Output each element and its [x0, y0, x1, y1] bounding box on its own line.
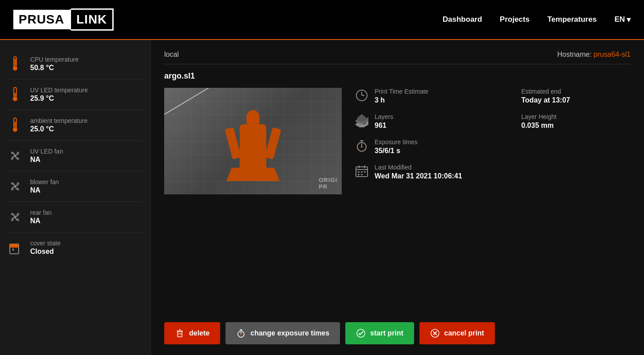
ambient-temp-text: ambient temperature 25.0 °C	[30, 117, 87, 133]
svg-point-8	[13, 127, 17, 132]
svg-rect-4	[15, 93, 16, 96]
main-layout: CPU temperature 50.8 °C UV LED temperatu…	[0, 40, 644, 355]
fan-icon-2	[7, 178, 23, 194]
rear-fan-value: NA	[30, 217, 51, 225]
cover-state-text: cover state Closed	[30, 240, 60, 256]
hostname-info: Hostname: prusa64-sl1	[557, 51, 631, 59]
nav-dashboard[interactable]: Dashboard	[443, 15, 482, 24]
estimated-end-label: Estimated end	[522, 88, 570, 95]
svg-rect-13	[10, 244, 19, 248]
svg-point-26	[361, 146, 363, 148]
last-modified-label: Last Modified	[375, 164, 462, 171]
uvled-fan-label: UV LED fan	[30, 148, 63, 155]
thermometer-icon-2	[7, 87, 23, 103]
uvled-temp-text: UV LED temperature 25.9 °C	[30, 87, 88, 103]
info-layer-height: Layer Height 0.035 mm	[502, 113, 631, 130]
location-label: local	[164, 51, 179, 59]
start-print-button[interactable]: start print	[345, 322, 414, 344]
info-grid: Print Time Estimate 3 h Estimated end To…	[355, 88, 631, 312]
change-exposure-label: change exposure times	[250, 329, 329, 337]
layer-height-text: Layer Height 0.035 mm	[522, 113, 557, 130]
layers-text: Layers 961	[375, 113, 393, 130]
svg-rect-7	[15, 122, 16, 127]
cover-state-label: cover state	[30, 240, 60, 247]
svg-point-9	[14, 154, 16, 157]
uvled-temp-value: 25.9 °C	[30, 95, 88, 103]
content-area: local Hostname: prusa64-sl1 argo.sl1	[151, 40, 644, 355]
exposure-value: 35/6/1 s	[375, 147, 417, 155]
start-print-label: start print	[370, 329, 403, 337]
cover-state-value: Closed	[30, 248, 60, 256]
svg-point-45	[241, 334, 242, 335]
info-exposure: Exposure times 35/6/1 s	[355, 138, 484, 155]
spacer-icon-2	[502, 114, 515, 127]
layer-height-label: Layer Height	[522, 113, 557, 120]
svg-point-11	[14, 216, 16, 218]
layers-icon	[355, 114, 368, 127]
cancel-print-button[interactable]: cancel print	[419, 322, 495, 344]
trash-icon	[175, 328, 185, 338]
print-time-label: Print Time Estimate	[375, 88, 428, 95]
spacer-icon	[502, 89, 515, 102]
svg-rect-14	[12, 248, 14, 251]
x-circle-icon	[430, 328, 440, 338]
check-circle-icon	[356, 328, 366, 338]
delete-label: delete	[189, 329, 209, 337]
info-print-time: Print Time Estimate 3 h	[355, 88, 484, 104]
svg-rect-35	[361, 174, 363, 175]
logo-link: LINK	[71, 8, 114, 31]
model-base	[226, 168, 280, 181]
print-time-value: 3 h	[375, 96, 428, 104]
nav-language[interactable]: EN ▾	[614, 15, 631, 24]
chevron-down-icon: ▾	[627, 15, 631, 24]
sidebar: CPU temperature 50.8 °C UV LED temperatu…	[0, 40, 151, 355]
sidebar-item-cpu-temp: CPU temperature 50.8 °C	[7, 49, 143, 79]
actions-bar: delete change exposure times	[164, 322, 631, 344]
model-body	[240, 124, 266, 169]
sidebar-item-uvled-fan: UV LED fan NA	[7, 141, 143, 171]
hostname-value: prusa64-sl1	[593, 51, 631, 58]
model-arm-right	[265, 127, 281, 160]
svg-point-2	[13, 66, 17, 71]
cpu-temp-text: CPU temperature 50.8 °C	[30, 56, 79, 72]
svg-rect-1	[15, 59, 16, 66]
blower-fan-label: blower fan	[30, 178, 59, 185]
file-name: argo.sl1	[164, 71, 631, 81]
nav-temperatures[interactable]: Temperatures	[547, 15, 597, 24]
svg-rect-31	[358, 171, 360, 173]
stopwatch-icon	[355, 139, 368, 153]
fan-icon-3	[7, 209, 23, 225]
last-modified-text: Last Modified Wed Mar 31 2021 10:06:41	[375, 164, 462, 180]
layer-height-value: 0.035 mm	[522, 122, 557, 130]
estimated-end-text: Estimated end Today at 13:07	[522, 88, 570, 104]
estimated-end-value: Today at 13:07	[522, 96, 570, 104]
cancel-print-label: cancel print	[444, 329, 484, 337]
sidebar-item-rear-fan: rear fan NA	[7, 202, 143, 233]
main-nav: Dashboard Projects Temperatures EN ▾	[443, 15, 631, 24]
uvled-fan-value: NA	[30, 156, 63, 164]
logo: PRUSA LINK	[13, 8, 114, 31]
rear-fan-label: rear fan	[30, 209, 51, 216]
blower-fan-text: blower fan NA	[30, 178, 59, 194]
svg-rect-36	[178, 331, 182, 337]
print-time-text: Print Time Estimate 3 h	[375, 88, 428, 104]
svg-point-10	[14, 185, 16, 188]
sidebar-item-cover-state: cover state Closed	[7, 233, 143, 263]
delete-button[interactable]: delete	[164, 322, 220, 344]
info-layers: Layers 961	[355, 113, 484, 130]
sidebar-item-blower-fan: blower fan NA	[7, 171, 143, 202]
fan-icon	[7, 148, 23, 164]
clock-icon	[355, 89, 368, 102]
exposure-text: Exposure times 35/6/1 s	[375, 138, 417, 155]
layers-value: 961	[375, 122, 393, 130]
ambient-temp-label: ambient temperature	[30, 117, 87, 124]
exposure-label: Exposure times	[375, 138, 417, 146]
model-arm-left	[225, 127, 241, 160]
nav-projects[interactable]: Projects	[500, 15, 529, 24]
print-section: ORIGIPR Print Time Estimate	[164, 88, 631, 312]
svg-rect-33	[364, 171, 366, 173]
change-exposure-button[interactable]: change exposure times	[225, 322, 340, 344]
ambient-temp-value: 25.0 °C	[30, 125, 87, 133]
stopwatch-icon-2	[236, 328, 246, 338]
cover-icon	[7, 240, 23, 256]
